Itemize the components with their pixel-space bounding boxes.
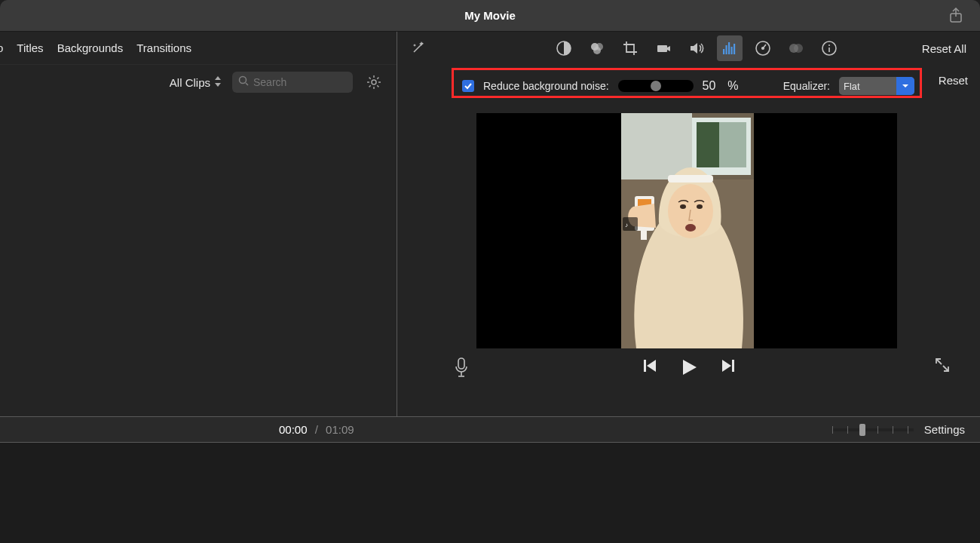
svg-rect-23	[621, 113, 692, 179]
svg-point-29	[685, 224, 696, 232]
zoom-controls: Settings	[832, 423, 965, 436]
tab-backgrounds[interactable]: Backgrounds	[57, 41, 124, 54]
noise-eq-icon	[721, 40, 738, 57]
svg-rect-9	[726, 45, 727, 54]
share-icon	[949, 8, 963, 23]
equalizer-label: Equalizer:	[783, 80, 830, 92]
clips-filter-label: All Clips	[170, 76, 210, 89]
next-icon	[720, 357, 737, 374]
noise-eq-tab[interactable]	[717, 35, 743, 61]
speed-icon	[755, 40, 771, 57]
timeline-settings-button[interactable]: Settings	[924, 423, 965, 436]
noise-reduction-row: Reduce background noise: 50 % Equalizer:…	[455, 71, 922, 101]
browser-content	[0, 100, 397, 416]
svg-rect-22	[697, 122, 719, 167]
time-separator: /	[315, 423, 318, 436]
timeline[interactable]	[0, 443, 980, 543]
crop-tab[interactable]	[617, 35, 643, 61]
updown-icon	[214, 76, 222, 89]
svg-point-14	[762, 48, 764, 50]
noise-unit: %	[727, 79, 738, 93]
share-button[interactable]	[947, 6, 965, 24]
project-title: My Movie	[464, 9, 516, 22]
titlebar: My Movie	[0, 0, 980, 32]
noise-slider-thumb[interactable]	[651, 81, 661, 91]
timeline-toolbar: 00:00 / 01:09 Settings	[0, 416, 980, 443]
volume-tab[interactable]	[684, 35, 709, 61]
svg-rect-32	[641, 231, 647, 240]
svg-point-18	[828, 44, 830, 46]
stabilization-icon	[655, 40, 672, 57]
video-preview[interactable]: ♪	[476, 113, 897, 348]
color-correction-tab[interactable]	[584, 35, 610, 61]
svg-rect-36	[644, 360, 646, 372]
svg-point-27	[680, 204, 686, 209]
color-balance-icon	[556, 40, 572, 57]
clip-filter-tab[interactable]	[783, 35, 809, 61]
speed-tab[interactable]	[750, 35, 776, 61]
search-icon	[238, 75, 249, 89]
info-icon	[821, 40, 838, 57]
video-frame-illustration: ♪	[621, 113, 754, 348]
stabilization-tab[interactable]	[651, 35, 676, 61]
previous-icon	[642, 357, 658, 374]
enhance-button[interactable]	[411, 38, 430, 58]
crop-icon	[622, 40, 639, 57]
svg-point-28	[697, 204, 703, 209]
reset-button[interactable]: Reset	[939, 74, 968, 87]
fullscreen-icon	[935, 357, 950, 373]
svg-rect-11	[731, 47, 733, 54]
noise-label: Reduce background noise:	[483, 80, 609, 92]
svg-rect-8	[723, 49, 724, 54]
time-current: 00:00	[279, 423, 308, 436]
browser-settings-button[interactable]	[363, 72, 384, 93]
inspector-toolbar: Reset All	[397, 32, 980, 65]
zoom-slider[interactable]	[832, 428, 914, 431]
noise-slider[interactable]	[618, 80, 694, 92]
play-button[interactable]	[679, 357, 699, 380]
color-correction-icon	[589, 40, 605, 57]
equalizer-value: Flat	[844, 81, 860, 92]
svg-rect-25	[668, 175, 713, 183]
search-input[interactable]	[253, 76, 347, 88]
media-browser-panel: o Titles Backgrounds Transitions All Cli…	[0, 32, 397, 416]
play-icon	[679, 357, 699, 377]
tab-titles[interactable]: Titles	[17, 41, 43, 54]
svg-rect-12	[733, 44, 735, 54]
volume-icon	[688, 40, 705, 57]
viewer-panel: Reset All Reduce background noise: 50 % …	[397, 32, 980, 416]
svg-point-2	[372, 80, 376, 84]
browser-tabs: o Titles Backgrounds Transitions	[0, 32, 397, 65]
tab-partial[interactable]: o	[0, 41, 3, 54]
reset-all-button[interactable]: Reset All	[922, 42, 966, 55]
chevron-down-icon	[896, 77, 914, 95]
browser-toolbar: All Clips	[0, 65, 397, 100]
gear-icon	[366, 75, 381, 90]
svg-text:♪: ♪	[625, 222, 628, 229]
fullscreen-button[interactable]	[935, 357, 950, 376]
color-balance-tab[interactable]	[551, 35, 577, 61]
svg-point-16	[794, 44, 803, 53]
svg-rect-10	[728, 42, 730, 54]
noise-value: 50	[703, 79, 716, 93]
wand-icon	[411, 38, 427, 55]
timecode: 00:00 / 01:09	[279, 423, 354, 436]
search-field[interactable]	[232, 72, 353, 93]
clips-filter-dropdown[interactable]: All Clips	[170, 76, 222, 89]
tab-transitions[interactable]: Transitions	[136, 41, 191, 54]
zoom-slider-thumb[interactable]	[859, 424, 865, 436]
time-duration: 01:09	[326, 423, 354, 436]
svg-rect-37	[732, 360, 734, 372]
previous-button[interactable]	[642, 357, 658, 380]
checkmark-icon	[464, 81, 473, 90]
svg-point-1	[240, 77, 247, 84]
clip-filter-icon	[788, 40, 804, 57]
next-button[interactable]	[720, 357, 737, 380]
svg-rect-7	[657, 45, 667, 52]
playback-controls	[397, 357, 980, 380]
info-tab[interactable]	[816, 35, 842, 61]
svg-point-6	[593, 47, 601, 54]
noise-checkbox[interactable]	[462, 80, 474, 92]
video-frame: ♪	[621, 113, 754, 348]
equalizer-select[interactable]: Flat	[839, 77, 914, 95]
